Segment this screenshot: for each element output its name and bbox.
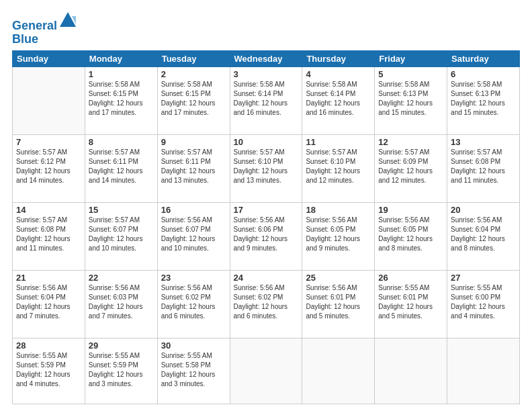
day-number: 14 — [16, 205, 81, 215]
day-number: 25 — [306, 273, 371, 283]
day-number: 15 — [89, 205, 154, 215]
col-header-wednesday: Wednesday — [230, 50, 302, 66]
day-info: Sunrise: 5:56 AM Sunset: 6:04 PM Dayligh… — [16, 283, 81, 321]
calendar-cell: 13Sunrise: 5:57 AM Sunset: 6:08 PM Dayli… — [447, 134, 520, 202]
day-info: Sunrise: 5:56 AM Sunset: 6:06 PM Dayligh… — [234, 216, 299, 253]
col-header-friday: Friday — [375, 50, 447, 66]
day-info: Sunrise: 5:55 AM Sunset: 6:01 PM Dayligh… — [378, 283, 443, 321]
calendar-cell: 23Sunrise: 5:56 AM Sunset: 6:02 PM Dayli… — [157, 271, 230, 338]
day-number: 3 — [234, 69, 299, 79]
day-info: Sunrise: 5:55 AM Sunset: 5:59 PM Dayligh… — [89, 351, 154, 389]
day-number: 24 — [234, 273, 299, 283]
day-info: Sunrise: 5:57 AM Sunset: 6:10 PM Dayligh… — [234, 148, 299, 185]
day-info: Sunrise: 5:58 AM Sunset: 6:15 PM Dayligh… — [89, 80, 154, 118]
calendar-cell — [447, 338, 520, 404]
day-info: Sunrise: 5:58 AM Sunset: 6:14 PM Dayligh… — [306, 80, 371, 118]
day-info: Sunrise: 5:57 AM Sunset: 6:07 PM Dayligh… — [89, 216, 154, 253]
calendar-cell: 15Sunrise: 5:57 AM Sunset: 6:07 PM Dayli… — [85, 203, 157, 271]
day-number: 19 — [378, 205, 443, 215]
day-info: Sunrise: 5:56 AM Sunset: 6:05 PM Dayligh… — [378, 216, 443, 253]
day-info: Sunrise: 5:57 AM Sunset: 6:09 PM Dayligh… — [378, 148, 443, 185]
col-header-saturday: Saturday — [447, 50, 520, 66]
calendar-cell — [375, 338, 447, 404]
calendar-cell: 1Sunrise: 5:58 AM Sunset: 6:15 PM Daylig… — [85, 66, 157, 134]
logo-text: General — [12, 11, 77, 33]
calendar-cell: 24Sunrise: 5:56 AM Sunset: 6:02 PM Dayli… — [230, 271, 302, 338]
calendar-week-2: 7Sunrise: 5:57 AM Sunset: 6:12 PM Daylig… — [13, 134, 520, 202]
calendar-header-row: SundayMondayTuesdayWednesdayThursdayFrid… — [13, 50, 520, 66]
calendar-cell: 17Sunrise: 5:56 AM Sunset: 6:06 PM Dayli… — [230, 203, 302, 271]
calendar-cell: 7Sunrise: 5:57 AM Sunset: 6:12 PM Daylig… — [13, 134, 85, 202]
calendar-cell: 18Sunrise: 5:56 AM Sunset: 6:05 PM Dayli… — [302, 203, 375, 271]
day-number: 8 — [89, 137, 154, 147]
day-info: Sunrise: 5:56 AM Sunset: 6:07 PM Dayligh… — [161, 216, 226, 253]
calendar-cell — [230, 338, 302, 404]
col-header-sunday: Sunday — [13, 50, 85, 66]
day-info: Sunrise: 5:55 AM Sunset: 6:00 PM Dayligh… — [451, 283, 516, 321]
day-number: 10 — [234, 137, 299, 147]
day-info: Sunrise: 5:57 AM Sunset: 6:08 PM Dayligh… — [16, 216, 81, 253]
col-header-monday: Monday — [85, 50, 157, 66]
day-info: Sunrise: 5:57 AM Sunset: 6:11 PM Dayligh… — [89, 148, 154, 185]
logo-general: General — [12, 19, 57, 32]
day-number: 18 — [306, 205, 371, 215]
day-number: 11 — [306, 137, 371, 147]
day-number: 28 — [16, 340, 81, 351]
calendar-week-3: 14Sunrise: 5:57 AM Sunset: 6:08 PM Dayli… — [13, 203, 520, 271]
day-info: Sunrise: 5:58 AM Sunset: 6:13 PM Dayligh… — [451, 80, 516, 118]
calendar-cell: 3Sunrise: 5:58 AM Sunset: 6:14 PM Daylig… — [230, 66, 302, 134]
day-info: Sunrise: 5:56 AM Sunset: 6:05 PM Dayligh… — [306, 216, 371, 253]
col-header-tuesday: Tuesday — [157, 50, 230, 66]
day-info: Sunrise: 5:56 AM Sunset: 6:04 PM Dayligh… — [451, 216, 516, 253]
calendar-cell: 16Sunrise: 5:56 AM Sunset: 6:07 PM Dayli… — [157, 203, 230, 271]
col-header-thursday: Thursday — [302, 50, 375, 66]
day-info: Sunrise: 5:56 AM Sunset: 6:01 PM Dayligh… — [306, 283, 371, 321]
calendar-cell: 26Sunrise: 5:55 AM Sunset: 6:01 PM Dayli… — [375, 271, 447, 338]
logo-blue: Blue — [12, 33, 77, 46]
calendar-cell: 5Sunrise: 5:58 AM Sunset: 6:13 PM Daylig… — [375, 66, 447, 134]
day-number: 2 — [161, 69, 226, 79]
calendar-cell: 21Sunrise: 5:56 AM Sunset: 6:04 PM Dayli… — [13, 271, 85, 338]
calendar-cell: 2Sunrise: 5:58 AM Sunset: 6:15 PM Daylig… — [157, 66, 230, 134]
day-number: 17 — [234, 205, 299, 215]
day-info: Sunrise: 5:56 AM Sunset: 6:02 PM Dayligh… — [234, 283, 299, 321]
day-number: 4 — [306, 69, 371, 79]
day-number: 9 — [161, 137, 226, 147]
calendar-week-4: 21Sunrise: 5:56 AM Sunset: 6:04 PM Dayli… — [13, 271, 520, 338]
day-number: 27 — [451, 273, 516, 283]
day-info: Sunrise: 5:55 AM Sunset: 5:58 PM Dayligh… — [161, 351, 226, 389]
calendar-week-5: 28Sunrise: 5:55 AM Sunset: 5:59 PM Dayli… — [13, 338, 520, 404]
day-info: Sunrise: 5:57 AM Sunset: 6:10 PM Dayligh… — [306, 148, 371, 185]
calendar-cell: 14Sunrise: 5:57 AM Sunset: 6:08 PM Dayli… — [13, 203, 85, 271]
calendar: SundayMondayTuesdayWednesdayThursdayFrid… — [12, 50, 520, 404]
day-info: Sunrise: 5:58 AM Sunset: 6:15 PM Dayligh… — [161, 80, 226, 118]
calendar-cell: 12Sunrise: 5:57 AM Sunset: 6:09 PM Dayli… — [375, 134, 447, 202]
header: General Blue — [12, 7, 520, 46]
day-info: Sunrise: 5:56 AM Sunset: 6:03 PM Dayligh… — [89, 283, 154, 321]
day-number: 6 — [451, 69, 516, 79]
page: General Blue SundayMondayTuesdayWednesda… — [0, 0, 532, 411]
calendar-cell: 29Sunrise: 5:55 AM Sunset: 5:59 PM Dayli… — [85, 338, 157, 404]
calendar-cell: 22Sunrise: 5:56 AM Sunset: 6:03 PM Dayli… — [85, 271, 157, 338]
day-info: Sunrise: 5:55 AM Sunset: 5:59 PM Dayligh… — [16, 351, 81, 389]
day-number: 12 — [378, 137, 443, 147]
day-number: 20 — [451, 205, 516, 215]
calendar-cell: 8Sunrise: 5:57 AM Sunset: 6:11 PM Daylig… — [85, 134, 157, 202]
calendar-cell: 11Sunrise: 5:57 AM Sunset: 6:10 PM Dayli… — [302, 134, 375, 202]
day-info: Sunrise: 5:58 AM Sunset: 6:13 PM Dayligh… — [378, 80, 443, 118]
calendar-cell — [302, 338, 375, 404]
calendar-cell: 28Sunrise: 5:55 AM Sunset: 5:59 PM Dayli… — [13, 338, 85, 404]
calendar-cell: 10Sunrise: 5:57 AM Sunset: 6:10 PM Dayli… — [230, 134, 302, 202]
day-number: 23 — [161, 273, 226, 283]
calendar-cell: 4Sunrise: 5:58 AM Sunset: 6:14 PM Daylig… — [302, 66, 375, 134]
svg-marker-0 — [60, 12, 76, 27]
calendar-week-1: 1Sunrise: 5:58 AM Sunset: 6:15 PM Daylig… — [13, 66, 520, 134]
calendar-cell: 27Sunrise: 5:55 AM Sunset: 6:00 PM Dayli… — [447, 271, 520, 338]
calendar-cell: 19Sunrise: 5:56 AM Sunset: 6:05 PM Dayli… — [375, 203, 447, 271]
day-number: 22 — [89, 273, 154, 283]
day-number: 13 — [451, 137, 516, 147]
day-number: 5 — [378, 69, 443, 79]
day-number: 1 — [89, 69, 154, 79]
logo-icon — [58, 11, 77, 30]
day-number: 21 — [16, 273, 81, 283]
